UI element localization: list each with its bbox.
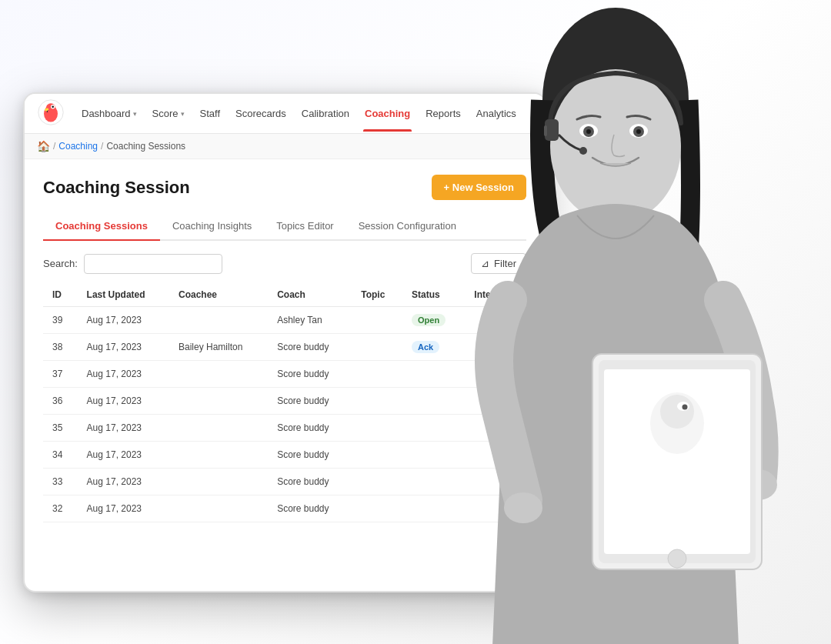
cell-date: Aug 17, 2023 — [78, 496, 169, 522]
nav-analytics[interactable]: Analytics — [475, 95, 518, 132]
col-header-status: Status — [402, 283, 465, 307]
cell-date: Aug 17, 2023 — [78, 442, 169, 469]
nav-admin[interactable]: Admin — [530, 95, 546, 132]
chevron-down-icon: ▾ — [181, 110, 185, 118]
cell-coach: Score buddy — [268, 415, 352, 442]
main-content: Coaching Session + New Session Coaching … — [25, 159, 545, 538]
cell-coachee — [169, 415, 268, 442]
cell-coachee — [169, 442, 268, 469]
cell-topic — [352, 361, 402, 388]
breadcrumb-coaching-link[interactable]: Coaching — [58, 141, 98, 152]
table-row[interactable]: 32 Aug 17, 2023 Score buddy — [43, 496, 526, 522]
navbar: Dashboard ▾ Score ▾ Staff Scorecards Cal… — [25, 94, 545, 134]
search-label: Search: — [43, 258, 78, 269]
cell-interval — [465, 334, 526, 361]
nav-score[interactable]: Score ▾ — [151, 95, 186, 132]
table-row[interactable]: 35 Aug 17, 2023 Score buddy — [43, 415, 526, 442]
nav-staff[interactable]: Staff — [199, 95, 222, 132]
cell-status — [402, 442, 465, 469]
cell-topic — [352, 469, 402, 496]
cell-status: Open — [402, 307, 465, 334]
col-header-last-updated: Last Updated — [78, 283, 169, 307]
table-row[interactable]: 36 Aug 17, 2023 Score buddy — [43, 388, 526, 415]
cell-date: Aug 17, 2023 — [78, 361, 169, 388]
breadcrumb-sep-1: / — [53, 141, 55, 152]
cell-date: Aug 17, 2023 — [78, 415, 169, 442]
cell-coach: Score buddy — [268, 388, 352, 415]
table-row[interactable]: 38 Aug 17, 2023 Bailey Hamilton Score bu… — [43, 334, 526, 361]
cell-id: 33 — [43, 469, 78, 496]
new-session-button[interactable]: + New Session — [432, 175, 526, 200]
cell-status: Ack — [402, 334, 465, 361]
cell-coachee — [169, 361, 268, 388]
home-icon[interactable]: 🏠 — [37, 140, 50, 152]
search-input[interactable] — [84, 254, 222, 274]
logo[interactable] — [37, 98, 65, 129]
table-row[interactable]: 33 Aug 17, 2023 Score buddy — [43, 469, 526, 496]
tab-topics-editor[interactable]: Topics Editor — [264, 212, 345, 239]
cell-id: 34 — [43, 442, 78, 469]
monitor-screen: Dashboard ▾ Score ▾ Staff Scorecards Cal… — [23, 92, 546, 592]
search-row: Search: — [43, 254, 222, 274]
cell-date: Aug 17, 2023 — [78, 469, 169, 496]
cell-coach: Score buddy — [268, 469, 352, 496]
tab-coaching-sessions[interactable]: Coaching Sessions — [43, 212, 160, 239]
col-header-id: ID — [43, 283, 78, 307]
breadcrumb-current: Coaching Sessions — [106, 141, 185, 152]
coaching-sessions-table: ID Last Updated Coachee Coach Topic Stat… — [43, 283, 526, 522]
col-header-coach: Coach — [268, 283, 352, 307]
breadcrumb: 🏠 / Coaching / Coaching Sessions — [25, 134, 545, 159]
cell-id: 35 — [43, 415, 78, 442]
cell-coachee — [169, 307, 268, 334]
cell-status — [402, 361, 465, 388]
cell-coach: Score buddy — [268, 361, 352, 388]
table-row[interactable]: 39 Aug 17, 2023 Ashley Tan Open — [43, 307, 526, 334]
cell-status — [402, 388, 465, 415]
filter-icon: ⊿ — [481, 258, 489, 269]
cell-topic — [352, 388, 402, 415]
nav-items: Dashboard ▾ Score ▾ Staff Scorecards Cal… — [80, 95, 546, 132]
page-title: Coaching Session — [43, 178, 190, 198]
filter-button[interactable]: ⊿ Filter — [471, 253, 526, 274]
cell-coach: Score buddy — [268, 442, 352, 469]
svg-point-4 — [52, 105, 54, 108]
cell-id: 39 — [43, 307, 78, 334]
cell-coachee — [169, 496, 268, 522]
tab-coaching-insights[interactable]: Coaching Insights — [160, 212, 264, 239]
cell-status — [402, 415, 465, 442]
cell-interval — [465, 388, 526, 415]
cell-coach: Score buddy — [268, 496, 352, 522]
cell-date: Aug 17, 2023 — [78, 388, 169, 415]
cell-topic — [352, 496, 402, 522]
page-header: Coaching Session + New Session — [43, 175, 526, 200]
breadcrumb-sep-2: / — [101, 141, 103, 152]
cell-id: 38 — [43, 334, 78, 361]
cell-date: Aug 17, 2023 — [78, 334, 169, 361]
chevron-down-icon: ▾ — [133, 110, 137, 118]
cell-interval — [465, 496, 526, 522]
nav-calibration[interactable]: Calibration — [300, 95, 351, 132]
nav-dashboard[interactable]: Dashboard ▾ — [80, 95, 138, 132]
table-row[interactable]: 37 Aug 17, 2023 Score buddy — [43, 361, 526, 388]
cell-topic — [352, 442, 402, 469]
nav-reports[interactable]: Reports — [424, 95, 462, 132]
cell-coachee: Bailey Hamilton — [169, 334, 268, 361]
nav-coaching[interactable]: Coaching — [363, 95, 412, 132]
cell-interval — [465, 415, 526, 442]
cell-status — [402, 469, 465, 496]
cell-topic — [352, 415, 402, 442]
cell-topic — [352, 334, 402, 361]
cell-date: Aug 17, 2023 — [78, 307, 169, 334]
cell-id: 32 — [43, 496, 78, 522]
cell-coachee — [169, 469, 268, 496]
cell-interval — [465, 469, 526, 496]
nav-scorecards[interactable]: Scorecards — [234, 95, 288, 132]
cell-interval — [465, 307, 526, 334]
cell-interval — [465, 361, 526, 388]
cell-coachee — [169, 388, 268, 415]
cell-id: 36 — [43, 388, 78, 415]
cell-coach: Score buddy — [268, 334, 352, 361]
status-badge: Open — [412, 314, 446, 326]
table-row[interactable]: 34 Aug 17, 2023 Score buddy — [43, 442, 526, 469]
tab-session-configuration[interactable]: Session Configuration — [346, 212, 469, 239]
